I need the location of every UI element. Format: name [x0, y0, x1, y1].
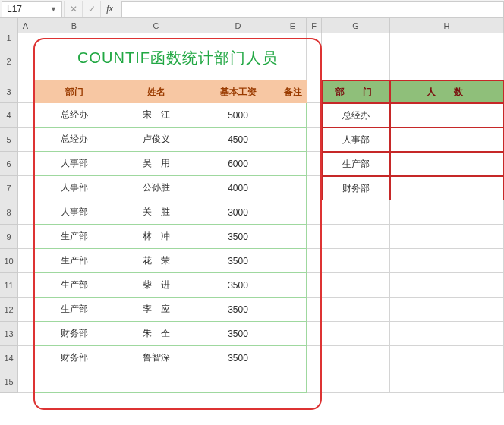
- row-header[interactable]: 5: [0, 128, 18, 152]
- table-cell-name[interactable]: 鲁智深: [115, 346, 197, 370]
- table-cell-salary[interactable]: 4500: [197, 128, 279, 152]
- table-cell-dept[interactable]: 生产部: [33, 273, 115, 298]
- table-cell-salary[interactable]: 3500: [197, 298, 279, 322]
- row-header[interactable]: 3: [0, 80, 18, 103]
- table-cell-name[interactable]: 柴 进: [115, 273, 197, 298]
- table-cell-note[interactable]: [279, 103, 307, 128]
- table-cell-name[interactable]: 朱 仝: [115, 322, 197, 346]
- table-cell-salary[interactable]: 5000: [197, 103, 279, 128]
- table-cell-dept[interactable]: 财务部: [33, 322, 115, 346]
- row-header[interactable]: 4: [0, 103, 18, 128]
- table-cell-note[interactable]: [279, 249, 307, 273]
- summary-cell-dept[interactable]: 生产部: [322, 152, 390, 176]
- summary-cell-dept[interactable]: 财务部: [322, 176, 390, 200]
- summary-cell-dept[interactable]: 总经办: [322, 103, 390, 128]
- table-cell-note[interactable]: [279, 176, 307, 200]
- table-cell-name[interactable]: 李 应: [115, 298, 197, 322]
- summary-cell-count[interactable]: [390, 176, 504, 200]
- row-header[interactable]: 2: [0, 42, 18, 80]
- table-cell-dept[interactable]: 生产部: [33, 225, 115, 249]
- table-cell-note[interactable]: [279, 128, 307, 152]
- row-header[interactable]: 13: [0, 322, 18, 346]
- table-cell-salary[interactable]: 3000: [197, 200, 279, 225]
- col-header-G[interactable]: G: [322, 18, 390, 33]
- summary-cell-dept[interactable]: 人事部: [322, 128, 390, 152]
- row-header[interactable]: 11: [0, 273, 18, 298]
- summary-cell-count[interactable]: [390, 103, 504, 128]
- select-all-corner[interactable]: [0, 18, 18, 33]
- table-cell-name[interactable]: 林 冲: [115, 225, 197, 249]
- col-header-D[interactable]: D: [197, 18, 279, 33]
- table-header-salary: 基本工资: [197, 80, 279, 103]
- table-cell-note[interactable]: [279, 152, 307, 176]
- cancel-icon: ✕: [64, 1, 82, 17]
- row-header[interactable]: 10: [0, 249, 18, 273]
- chevron-down-icon[interactable]: ▼: [50, 5, 57, 13]
- table-cell-salary[interactable]: 3500: [197, 225, 279, 249]
- summary-header-dept: 部 门: [322, 80, 390, 103]
- col-header-H[interactable]: H: [390, 18, 504, 33]
- name-box[interactable]: L17 ▼: [2, 1, 62, 17]
- table-cell-dept[interactable]: 总经办: [33, 103, 115, 128]
- table-header-dept: 部门: [33, 80, 115, 103]
- table-cell-dept[interactable]: 财务部: [33, 346, 115, 370]
- row-header[interactable]: 14: [0, 346, 18, 370]
- table-cell-dept[interactable]: 人事部: [33, 152, 115, 176]
- col-header-E[interactable]: E: [279, 18, 307, 33]
- table-header-note: 备注: [279, 80, 307, 103]
- formula-bar: L17 ▼ ✕ ✓ fx: [0, 0, 504, 18]
- table-cell-salary[interactable]: 3500: [197, 346, 279, 370]
- table-header-name: 姓名: [115, 80, 197, 103]
- col-header-C[interactable]: C: [115, 18, 197, 33]
- row-header[interactable]: 6: [0, 152, 18, 176]
- table-cell-salary[interactable]: 3500: [197, 249, 279, 273]
- col-header-F[interactable]: F: [307, 18, 322, 33]
- table-cell-dept[interactable]: 总经办: [33, 128, 115, 152]
- table-cell-dept[interactable]: 生产部: [33, 249, 115, 273]
- row-header[interactable]: 8: [0, 200, 18, 225]
- row-header[interactable]: 15: [0, 370, 18, 393]
- table-cell-salary[interactable]: 4000: [197, 176, 279, 200]
- title: COUNTIF函数统计部门人员: [36, 39, 319, 76]
- table-cell-dept[interactable]: 人事部: [33, 200, 115, 225]
- table-cell-note[interactable]: [279, 322, 307, 346]
- rows-container: 123部门姓名基本工资备注部 门人 数4总经办宋 江5000总经办5总经办卢俊义…: [0, 33, 504, 393]
- fx-icon[interactable]: fx: [100, 1, 118, 17]
- formula-buttons: ✕ ✓ fx: [64, 1, 118, 17]
- table-cell-dept[interactable]: 人事部: [33, 176, 115, 200]
- table-cell-note[interactable]: [279, 273, 307, 298]
- table-cell-name[interactable]: 关 胜: [115, 200, 197, 225]
- name-box-value: L17: [7, 4, 22, 14]
- table-cell-name[interactable]: 吴 用: [115, 152, 197, 176]
- row-header[interactable]: 12: [0, 298, 18, 322]
- col-header-B[interactable]: B: [33, 18, 115, 33]
- table-cell-name[interactable]: 宋 江: [115, 103, 197, 128]
- table-cell-name[interactable]: 卢俊义: [115, 128, 197, 152]
- table-cell-note[interactable]: [279, 298, 307, 322]
- row-header[interactable]: 9: [0, 225, 18, 249]
- table-cell-name[interactable]: 花 荣: [115, 249, 197, 273]
- summary-header-count: 人 数: [390, 80, 504, 103]
- table-cell-dept[interactable]: 生产部: [33, 298, 115, 322]
- col-header-A[interactable]: A: [18, 18, 33, 33]
- row-header[interactable]: 1: [0, 33, 18, 42]
- table-cell-note[interactable]: [279, 200, 307, 225]
- summary-cell-count[interactable]: [390, 152, 504, 176]
- formula-input[interactable]: [121, 1, 504, 17]
- table-cell-name[interactable]: 公孙胜: [115, 176, 197, 200]
- table-cell-salary[interactable]: 3500: [197, 322, 279, 346]
- confirm-icon: ✓: [82, 1, 100, 17]
- row-header[interactable]: 7: [0, 176, 18, 200]
- table-cell-salary[interactable]: 6000: [197, 152, 279, 176]
- table-cell-salary[interactable]: 3500: [197, 273, 279, 298]
- table-cell-note[interactable]: [279, 346, 307, 370]
- summary-cell-count[interactable]: [390, 128, 504, 152]
- table-cell-note[interactable]: [279, 225, 307, 249]
- worksheet[interactable]: A B C D E F G H 123部门姓名基本工资备注部 门人 数4总经办宋…: [0, 18, 504, 425]
